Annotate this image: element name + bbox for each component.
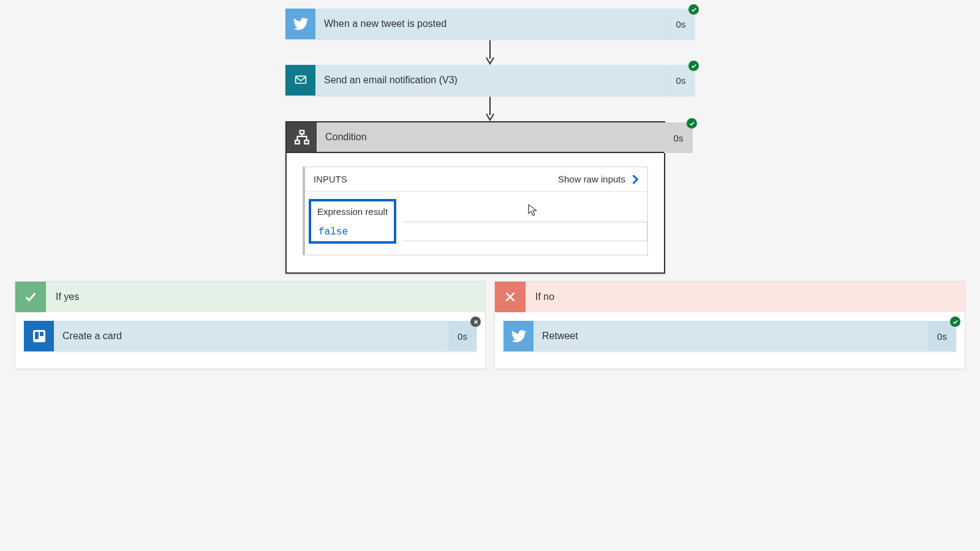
status-badge-success — [688, 4, 699, 15]
flow-step-create-card[interactable]: Create a card 0s — [24, 321, 477, 351]
twitter-icon — [503, 321, 533, 351]
twitter-icon — [285, 9, 315, 39]
svg-rect-5 — [304, 140, 309, 143]
branch-label: If no — [526, 291, 965, 302]
email-icon — [285, 65, 315, 96]
svg-rect-1 — [295, 76, 306, 83]
step-label: Retweet — [533, 321, 928, 351]
flow-arrow — [285, 96, 695, 121]
step-label: Condition — [317, 122, 664, 152]
inputs-panel: INPUTS Show raw inputs Expression result — [303, 167, 648, 255]
status-badge-success — [687, 118, 697, 129]
inputs-title: INPUTS — [314, 174, 347, 184]
branch-if-yes[interactable]: If yes Create a card 0s — [15, 281, 486, 369]
flow-step-retweet[interactable]: Retweet 0s — [503, 321, 956, 351]
flow-canvas: When a new tweet is posted 0s Send an em… — [0, 0, 980, 369]
checkmark-icon — [15, 282, 46, 312]
svg-rect-8 — [40, 332, 43, 336]
step-label: When a new tweet is posted — [315, 9, 666, 39]
condition-icon — [287, 122, 317, 152]
status-badge-success — [688, 61, 699, 71]
flow-step-condition[interactable]: Condition 0s INPUTS Show raw inputs — [285, 121, 665, 274]
step-label: Create a card — [54, 321, 448, 351]
status-badge-skipped — [470, 317, 481, 327]
branch-label: If yes — [46, 291, 485, 302]
chevron-right-icon — [631, 174, 639, 184]
svg-rect-4 — [295, 140, 300, 143]
expression-result-label: Expression result — [317, 206, 388, 223]
step-label: Send an email notification (V3) — [315, 65, 666, 96]
trello-icon — [24, 321, 54, 351]
svg-rect-3 — [300, 130, 304, 133]
cross-icon — [495, 282, 526, 312]
branch-if-no[interactable]: If no Retweet 0s — [494, 281, 965, 369]
flow-arrow — [285, 39, 695, 65]
show-raw-inputs-button[interactable]: Show raw inputs — [558, 174, 639, 184]
flow-step-email[interactable]: Send an email notification (V3) 0s — [285, 65, 695, 96]
show-raw-label: Show raw inputs — [558, 174, 625, 184]
expression-value-field — [403, 222, 647, 241]
flow-step-twitter-trigger[interactable]: When a new tweet is posted 0s — [285, 9, 695, 39]
expression-result-highlight: Expression result false — [309, 199, 396, 244]
expression-result-value: false — [317, 223, 353, 241]
svg-rect-7 — [35, 332, 39, 339]
status-badge-success — [950, 317, 960, 327]
